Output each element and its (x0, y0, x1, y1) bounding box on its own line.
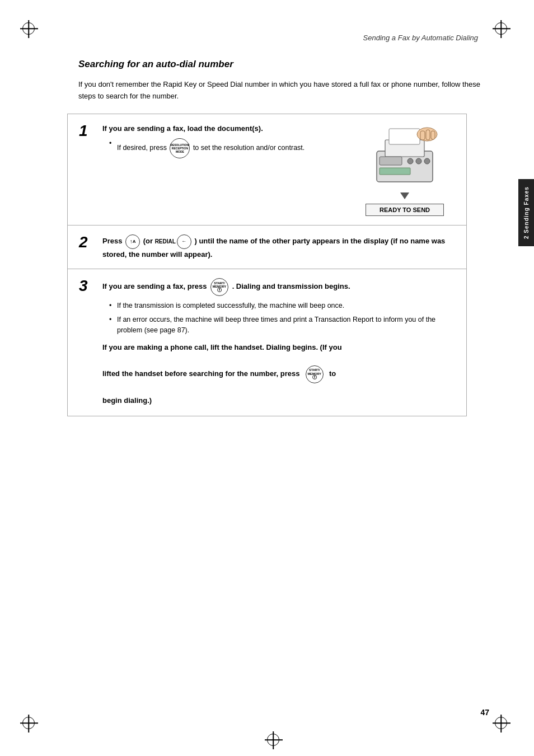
section-title: Searching for an auto-dial number (78, 59, 489, 70)
svg-rect-4 (420, 131, 425, 140)
reg-mark-tl (22, 22, 39, 39)
step-1-number: 1 (79, 123, 96, 139)
svg-rect-5 (426, 130, 430, 140)
up-arrow-button[interactable]: ↑A (125, 234, 140, 249)
step-3-suffix: . Dialing and transmission begins. (232, 283, 350, 291)
reg-mark-br (495, 717, 512, 734)
step-3-main-text: If you are sending a fax, press START/ME… (102, 278, 455, 296)
step-1-bullet-1: If desired, press RESOLUTION/RECEPTION M… (109, 138, 343, 158)
header-title: Sending a Fax by Automatic Dialing (363, 34, 478, 42)
step-2-number: 2 (79, 234, 96, 250)
start-memory-button-2[interactable]: START/MEMORY ⓕ (306, 365, 324, 383)
step-2-press-label: Press (102, 237, 124, 245)
start-memory-button[interactable]: START/MEMORY ⓕ (210, 278, 228, 296)
step-3-bullets: If the transmission is completed success… (109, 300, 455, 335)
reg-mark-bl (22, 717, 39, 734)
svg-point-9 (416, 158, 421, 164)
ready-to-send-display: READY TO SEND (366, 204, 444, 216)
step-1: 1 If you are sending a fax, load the doc… (68, 114, 466, 226)
step-3: 3 If you are sending a fax, press START/… (68, 269, 466, 415)
step-2-main-text: Press ↑A (or REDIAL ← ) until the name o… (102, 234, 455, 260)
step-3-number: 3 (79, 278, 96, 294)
step-3-extra-bold: If you are making a phone call, lift the… (102, 342, 455, 406)
svg-point-8 (407, 158, 413, 164)
side-tab: 2 Sending Faxes (518, 179, 534, 246)
step-1-image-area: READY TO SEND (354, 123, 455, 216)
step-1-main-text: If you are sending a fax, load the docum… (102, 123, 343, 134)
step-3-prefix: If you are sending a fax, press (102, 283, 209, 291)
svg-rect-2 (389, 129, 420, 144)
svg-point-10 (424, 158, 430, 164)
redial-button[interactable]: ← (177, 234, 191, 249)
resolution-button[interactable]: RESOLUTION/RECEPTION MODE (170, 138, 190, 158)
step-3-bullet-1: If the transmission is completed success… (109, 300, 455, 311)
step-1-bullets: If desired, press RESOLUTION/RECEPTION M… (109, 138, 343, 158)
step-3-header: 3 If you are sending a fax, press START/… (79, 278, 455, 406)
steps-container: 1 If you are sending a fax, load the doc… (67, 114, 467, 416)
step-2-or-label: (or (143, 237, 155, 245)
intro-text: If you don't remember the Rapid Key or S… (78, 79, 489, 102)
page-number: 47 (480, 708, 489, 717)
step-1-header: 1 If you are sending a fax, load the doc… (79, 123, 343, 162)
step-2: 2 Press ↑A (or REDIAL ← (68, 226, 466, 270)
svg-rect-11 (380, 168, 410, 175)
step-3-bullet-2: If an error occurs, the machine will bee… (109, 314, 455, 336)
step-2-header: 2 Press ↑A (or REDIAL ← (79, 234, 455, 260)
reg-mark-tr (495, 22, 512, 39)
page-header: Sending a Fax by Automatic Dialing (45, 34, 489, 42)
svg-rect-6 (431, 131, 435, 139)
fax-machine-illustration (360, 123, 449, 190)
arrow-down (400, 192, 409, 199)
svg-rect-7 (380, 157, 402, 165)
page: 2 Sending Faxes Sending a Fax by Automat… (0, 0, 534, 756)
